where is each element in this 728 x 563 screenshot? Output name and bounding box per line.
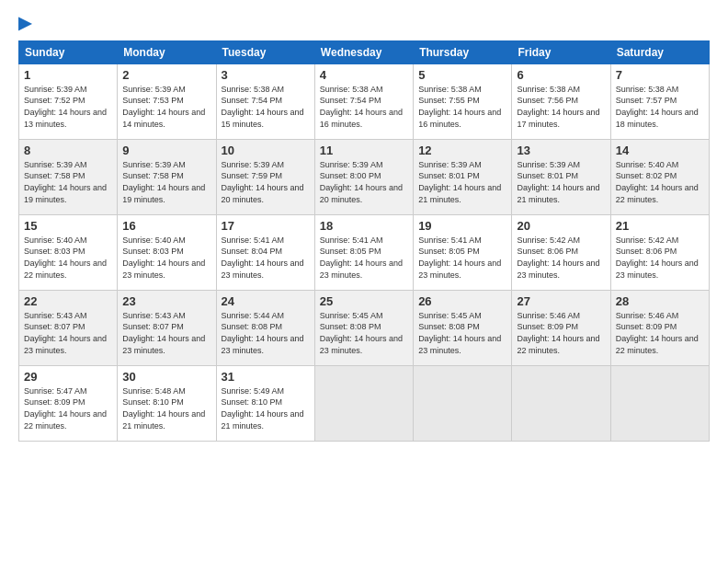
sunset-label: Sunset: 8:05 PM [418,247,480,256]
sunset-label: Sunset: 8:01 PM [418,171,480,180]
sunrise-label: Sunrise: 5:38 AM [222,85,285,94]
sunrise-label: Sunrise: 5:40 AM [24,236,87,245]
sunrise-label: Sunrise: 5:40 AM [616,160,679,169]
calendar-cell: 26 Sunrise: 5:45 AM Sunset: 8:08 PM Dayl… [414,290,512,365]
cell-content: Sunrise: 5:43 AM Sunset: 8:07 PM Dayligh… [24,310,112,356]
sunrise-label: Sunrise: 5:41 AM [320,236,383,245]
sunset-label: Sunset: 8:07 PM [122,322,184,331]
calendar-cell: 3 Sunrise: 5:38 AM Sunset: 7:54 PM Dayli… [216,63,314,139]
day-of-week-header: Tuesday [216,40,314,63]
day-number: 31 [222,370,310,384]
day-of-week-header: Monday [118,40,216,63]
sunset-label: Sunset: 7:53 PM [122,96,184,105]
cell-content: Sunrise: 5:39 AM Sunset: 7:52 PM Dayligh… [24,84,112,130]
day-number: 8 [24,144,112,157]
day-number: 14 [616,144,704,157]
daylight-label: Daylight: 14 hours and 23 minutes. [418,259,501,280]
daylight-label: Daylight: 14 hours and 23 minutes. [418,334,501,355]
day-number: 6 [517,68,605,82]
day-of-week-header: Friday [512,40,610,63]
daylight-label: Daylight: 14 hours and 23 minutes. [517,259,599,280]
sunset-label: Sunset: 8:00 PM [320,171,381,180]
cell-content: Sunrise: 5:38 AM Sunset: 7:56 PM Dayligh… [517,84,605,130]
logo-text: ▶ [18,15,31,33]
daylight-label: Daylight: 14 hours and 21 minutes. [122,409,205,431]
day-number: 20 [517,219,605,233]
day-number: 19 [418,219,506,233]
sunset-label: Sunset: 8:02 PM [616,171,677,180]
cell-content: Sunrise: 5:46 AM Sunset: 8:09 PM Dayligh… [517,310,605,356]
sunrise-label: Sunrise: 5:39 AM [122,160,186,169]
daylight-label: Daylight: 14 hours and 20 minutes. [320,183,403,204]
calendar-cell: 29 Sunrise: 5:47 AM Sunset: 8:09 PM Dayl… [19,365,118,441]
day-number: 23 [122,294,210,308]
cell-content: Sunrise: 5:41 AM Sunset: 8:04 PM Dayligh… [222,235,310,281]
sunset-label: Sunset: 7:55 PM [418,96,480,105]
sunset-label: Sunset: 7:54 PM [320,96,381,105]
empty-cell [314,365,413,441]
day-number: 5 [418,68,506,82]
sunset-label: Sunset: 8:09 PM [616,322,677,331]
sunset-label: Sunset: 7:52 PM [24,96,85,105]
day-of-week-header: Thursday [414,40,512,63]
daylight-label: Daylight: 14 hours and 16 minutes. [320,108,403,129]
cell-content: Sunrise: 5:40 AM Sunset: 8:03 PM Dayligh… [24,235,112,281]
cell-content: Sunrise: 5:39 AM Sunset: 7:53 PM Dayligh… [122,84,210,130]
cell-content: Sunrise: 5:43 AM Sunset: 8:07 PM Dayligh… [122,310,210,356]
sunrise-label: Sunrise: 5:48 AM [122,386,186,396]
cell-content: Sunrise: 5:38 AM Sunset: 7:55 PM Dayligh… [418,84,506,130]
calendar-cell: 15 Sunrise: 5:40 AM Sunset: 8:03 PM Dayl… [19,214,118,290]
day-of-week-header: Wednesday [314,40,413,63]
cell-content: Sunrise: 5:39 AM Sunset: 8:01 PM Dayligh… [418,159,506,205]
calendar-cell: 19 Sunrise: 5:41 AM Sunset: 8:05 PM Dayl… [414,214,512,290]
sunset-label: Sunset: 7:54 PM [222,96,283,105]
day-number: 25 [320,294,408,308]
calendar-cell: 22 Sunrise: 5:43 AM Sunset: 8:07 PM Dayl… [19,290,118,365]
cell-content: Sunrise: 5:38 AM Sunset: 7:54 PM Dayligh… [320,84,408,130]
calendar-cell: 2 Sunrise: 5:39 AM Sunset: 7:53 PM Dayli… [118,63,216,139]
calendar-cell: 4 Sunrise: 5:38 AM Sunset: 7:54 PM Dayli… [314,63,413,139]
calendar-table: SundayMondayTuesdayWednesdayThursdayFrid… [18,40,710,442]
day-number: 27 [517,294,605,308]
day-number: 18 [320,219,408,233]
daylight-label: Daylight: 14 hours and 23 minutes. [24,334,107,355]
sunrise-label: Sunrise: 5:47 AM [24,386,87,396]
cell-content: Sunrise: 5:45 AM Sunset: 8:08 PM Dayligh… [320,310,408,356]
sunrise-label: Sunrise: 5:39 AM [517,160,580,169]
sunrise-label: Sunrise: 5:39 AM [222,160,285,169]
sunset-label: Sunset: 7:59 PM [222,171,283,180]
day-number: 10 [222,144,310,157]
calendar-cell: 21 Sunrise: 5:42 AM Sunset: 8:06 PM Dayl… [610,214,709,290]
calendar-cell: 6 Sunrise: 5:38 AM Sunset: 7:56 PM Dayli… [512,63,610,139]
sunset-label: Sunset: 8:08 PM [320,322,381,331]
sunrise-label: Sunrise: 5:38 AM [320,85,383,94]
daylight-label: Daylight: 14 hours and 23 minutes. [222,334,304,355]
sunset-label: Sunset: 7:56 PM [517,96,578,105]
day-number: 15 [24,219,112,233]
calendar-cell: 25 Sunrise: 5:45 AM Sunset: 8:08 PM Dayl… [314,290,413,365]
sunset-label: Sunset: 8:08 PM [418,322,480,331]
cell-content: Sunrise: 5:48 AM Sunset: 8:10 PM Dayligh… [122,385,210,431]
sunrise-label: Sunrise: 5:44 AM [222,311,285,320]
sunrise-label: Sunrise: 5:46 AM [616,311,679,320]
cell-content: Sunrise: 5:41 AM Sunset: 8:05 PM Dayligh… [418,235,506,281]
calendar-cell: 10 Sunrise: 5:39 AM Sunset: 7:59 PM Dayl… [216,139,314,214]
sunset-label: Sunset: 8:08 PM [222,322,283,331]
cell-content: Sunrise: 5:40 AM Sunset: 8:03 PM Dayligh… [122,235,210,281]
day-number: 26 [418,294,506,308]
empty-cell [610,365,709,441]
day-number: 29 [24,370,112,384]
sunrise-label: Sunrise: 5:39 AM [24,160,87,169]
daylight-label: Daylight: 14 hours and 18 minutes. [616,108,699,129]
calendar-cell: 30 Sunrise: 5:48 AM Sunset: 8:10 PM Dayl… [118,365,216,441]
sunrise-label: Sunrise: 5:45 AM [320,311,383,320]
page: ▶ SundayMondayTuesdayWednesdayThursdayFr… [0,0,728,563]
day-of-week-header: Saturday [610,40,709,63]
sunset-label: Sunset: 8:09 PM [24,397,85,407]
day-of-week-header: Sunday [19,40,118,63]
calendar-cell: 20 Sunrise: 5:42 AM Sunset: 8:06 PM Dayl… [512,214,610,290]
daylight-label: Daylight: 14 hours and 13 minutes. [24,108,107,129]
cell-content: Sunrise: 5:46 AM Sunset: 8:09 PM Dayligh… [616,310,704,356]
day-number: 30 [122,370,210,384]
sunset-label: Sunset: 8:10 PM [222,397,283,407]
